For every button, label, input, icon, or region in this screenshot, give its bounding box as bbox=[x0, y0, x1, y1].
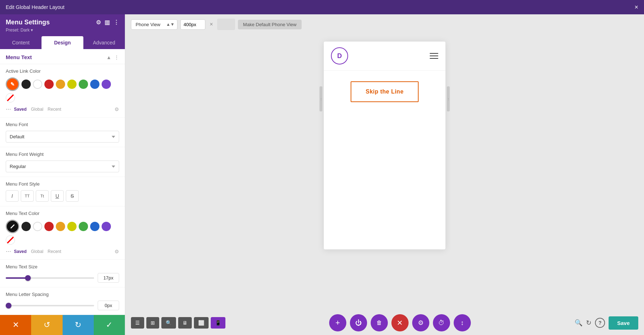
swatch-slash-1[interactable] bbox=[6, 93, 15, 102]
swatch-black-2[interactable] bbox=[21, 222, 31, 231]
timer-button[interactable]: ⏱ bbox=[433, 314, 450, 331]
menu-letter-spacing-slider-row: 0px bbox=[6, 301, 119, 310]
swatch-slash-2[interactable] bbox=[6, 235, 15, 245]
search-tool-button[interactable]: 🔍 bbox=[161, 317, 176, 329]
confirm-button[interactable]: ✓ bbox=[94, 315, 125, 335]
view-select[interactable]: Phone View Tablet View Desktop View bbox=[131, 19, 177, 30]
tab-advanced[interactable]: Advanced bbox=[83, 36, 125, 49]
swatch-white-2[interactable] bbox=[33, 222, 42, 231]
menu-text-main-swatch[interactable] bbox=[6, 220, 19, 233]
menu-font-select[interactable]: Default bbox=[6, 131, 119, 143]
cancel-button[interactable]: ✕ bbox=[0, 315, 31, 335]
make-default-button[interactable]: Make Default Phone View bbox=[238, 20, 301, 29]
skip-the-line-button[interactable]: Skip the Line bbox=[351, 81, 419, 102]
section-menu-icon[interactable]: ⋮ bbox=[114, 54, 119, 60]
text-color-icon bbox=[10, 224, 15, 229]
underline-button[interactable]: U bbox=[51, 190, 64, 202]
color-dots-2[interactable]: ··· bbox=[6, 248, 11, 255]
swatch-red-2[interactable] bbox=[44, 222, 54, 231]
recent-tab-1[interactable]: Recent bbox=[46, 106, 63, 113]
strikethrough-button[interactable]: S bbox=[66, 190, 79, 202]
tab-design[interactable]: Design bbox=[42, 36, 83, 49]
phone-content: Skip the Line bbox=[324, 71, 445, 113]
hamburger-tool-button[interactable]: ☰ bbox=[131, 317, 144, 329]
power-button[interactable]: ⏻ bbox=[350, 314, 367, 331]
saved-tab-1[interactable]: Saved bbox=[13, 106, 28, 113]
bottom-center-tools: + ⏻ 🗑 ✕ ⚙ ⏱ ↕ bbox=[329, 314, 471, 331]
swatch-purple-2[interactable] bbox=[102, 222, 111, 231]
resize-handle-left[interactable]: ⋮ bbox=[319, 86, 322, 111]
settings-icon[interactable]: ⚙ bbox=[96, 19, 101, 26]
global-tab-1[interactable]: Global bbox=[29, 106, 45, 113]
swatch-yellow-2[interactable] bbox=[67, 222, 77, 231]
sidebar-tabs: Content Design Advanced bbox=[0, 36, 125, 49]
main-layout: Menu Settings ⚙ ▥ ⋮ Preset: Dark ▾ Conte… bbox=[0, 14, 644, 335]
menu-font-group: Menu Font Default bbox=[0, 118, 125, 147]
menu-text-size-label: Menu Text Size bbox=[6, 264, 119, 269]
close-action-button[interactable]: ✕ bbox=[391, 314, 409, 331]
swatch-blue-2[interactable] bbox=[90, 222, 99, 231]
menu-letter-spacing-thumb[interactable] bbox=[6, 303, 11, 308]
collapse-icon[interactable]: ▲ bbox=[106, 54, 111, 60]
swatch-purple-1[interactable] bbox=[102, 80, 111, 89]
add-button[interactable]: + bbox=[329, 314, 346, 331]
svg-line-0 bbox=[11, 225, 14, 228]
menu-text-color-label: Menu Text Color bbox=[6, 211, 119, 216]
swatch-blue-1[interactable] bbox=[90, 80, 99, 89]
hamburger-menu[interactable] bbox=[430, 53, 438, 59]
menu-text-size-input[interactable]: 17px bbox=[98, 273, 119, 283]
search-right-button[interactable]: 🔍 bbox=[575, 319, 582, 327]
swatch-yellow-1[interactable] bbox=[67, 80, 77, 89]
grid-tool-button[interactable]: ⊞ bbox=[146, 317, 159, 329]
swatch-black-1[interactable] bbox=[21, 80, 31, 89]
sidebar-header: Menu Settings ⚙ ▥ ⋮ Preset: Dark ▾ bbox=[0, 14, 125, 36]
columns-icon[interactable]: ▥ bbox=[104, 19, 110, 26]
menu-text-size-track bbox=[6, 277, 94, 279]
redo-button[interactable]: ↻ bbox=[63, 315, 94, 335]
menu-text-size-fill bbox=[6, 277, 28, 279]
active-link-color-group: Active Link Color ✎ ··· bbox=[0, 64, 125, 118]
menu-font-weight-label: Menu Font Weight bbox=[6, 152, 119, 157]
swatch-white-1[interactable] bbox=[33, 80, 42, 89]
swatch-red-1[interactable] bbox=[44, 80, 54, 89]
gear-button[interactable]: ⚙ bbox=[412, 314, 429, 331]
phone-tool-button[interactable]: 📱 bbox=[211, 317, 225, 329]
preset-text[interactable]: Preset: Dark ▾ bbox=[6, 28, 33, 33]
saved-tab-2[interactable]: Saved bbox=[13, 248, 28, 255]
color-dots-1[interactable]: ··· bbox=[6, 105, 11, 113]
tab-content[interactable]: Content bbox=[0, 36, 42, 49]
phone-header: D bbox=[324, 42, 445, 71]
color-gear-1[interactable]: ⚙ bbox=[114, 106, 119, 112]
resize-button[interactable]: ↕ bbox=[454, 314, 471, 331]
swatch-orange-1[interactable] bbox=[56, 80, 65, 89]
capitalize-button[interactable]: Tt bbox=[36, 190, 49, 202]
desktop-tool-button[interactable]: 🖥 bbox=[178, 317, 192, 329]
refresh-button[interactable]: ↻ bbox=[586, 319, 591, 327]
help-button[interactable]: ? bbox=[595, 318, 605, 328]
more-icon[interactable]: ⋮ bbox=[113, 19, 119, 26]
swatch-green-2[interactable] bbox=[79, 222, 88, 231]
menu-text-size-group: Menu Text Size 17px bbox=[0, 260, 125, 287]
global-tab-2[interactable]: Global bbox=[29, 248, 45, 255]
recent-tab-2[interactable]: Recent bbox=[46, 248, 63, 255]
tablet-tool-button[interactable]: ⬜ bbox=[194, 317, 209, 329]
px-clear-button[interactable]: × bbox=[208, 20, 214, 29]
uppercase-button[interactable]: TT bbox=[21, 190, 34, 202]
menu-letter-spacing-input[interactable]: 0px bbox=[98, 301, 119, 310]
menu-text-size-thumb[interactable] bbox=[25, 275, 31, 281]
save-button[interactable]: Save bbox=[609, 316, 638, 330]
swatch-orange-2[interactable] bbox=[56, 222, 65, 231]
undo-button[interactable]: ↺ bbox=[31, 315, 62, 335]
resize-handle-right[interactable]: ⋮ bbox=[447, 86, 450, 111]
px-input[interactable] bbox=[180, 19, 205, 30]
active-link-main-icon: ✎ bbox=[10, 81, 15, 87]
color-gear-2[interactable]: ⚙ bbox=[114, 249, 119, 254]
delete-button[interactable]: 🗑 bbox=[371, 314, 388, 331]
px-spacer bbox=[217, 19, 235, 30]
active-link-main-swatch[interactable]: ✎ bbox=[6, 77, 19, 91]
menu-font-weight-select[interactable]: Regular bbox=[6, 161, 119, 172]
title-bar-close-button[interactable]: × bbox=[634, 4, 638, 11]
hamburger-line-3 bbox=[430, 58, 438, 59]
italic-button[interactable]: I bbox=[6, 190, 19, 202]
swatch-green-1[interactable] bbox=[79, 80, 88, 89]
